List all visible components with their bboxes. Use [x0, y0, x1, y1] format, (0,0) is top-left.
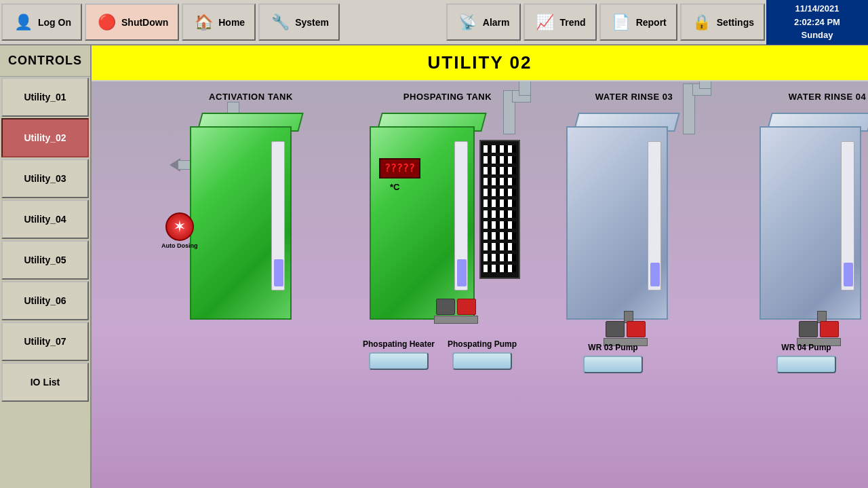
- phospating-heater-control: Phospating Heater: [363, 339, 435, 370]
- settings-label: Settings: [717, 17, 754, 28]
- phospating-motor-1: [436, 299, 455, 315]
- wr04-tank-body: [760, 126, 861, 320]
- wr04-pump-control: WR 04 Pump: [776, 343, 836, 373]
- settings-button[interactable]: 🔒 Settings: [680, 3, 765, 41]
- phospating-level-tube: [454, 141, 468, 290]
- process-area: ACTIVATION TANK: [92, 81, 868, 488]
- sidebar-item-utility07[interactable]: Utility_07: [1, 322, 89, 361]
- settings-icon: 🔒: [691, 12, 713, 33]
- phospating-heater-label: Phospating Heater: [363, 339, 435, 349]
- topbar: 👤 Log On 🔴 ShutDown 🏠 Home 🔧 System 📡 Al…: [0, 0, 868, 45]
- sidebar-item-utility01[interactable]: Utility_01: [1, 77, 89, 117]
- auto-dosing-pump-icon[interactable]: ✶: [165, 212, 194, 241]
- heater-line-8: [484, 221, 516, 229]
- page-title: UTILITY 02: [92, 45, 868, 81]
- phospating-motor-base: [434, 316, 478, 324]
- activation-tank-label: ACTIVATION TANK: [190, 92, 312, 102]
- phospating-tank-section: PHOSPATING TANK ????? *C: [370, 92, 526, 324]
- activation-level-fill: [274, 259, 283, 286]
- sidebar-label-utility03: Utility_03: [24, 173, 66, 184]
- report-label: Report: [636, 17, 667, 28]
- wr04-level-fill: [844, 263, 853, 286]
- trend-label: Trend: [560, 17, 586, 28]
- sidebar-item-utility03[interactable]: Utility_03: [1, 159, 89, 198]
- phospating-level-fill: [457, 259, 467, 286]
- auto-dosing-label: Auto Dosing: [161, 242, 198, 249]
- home-icon: 🏠: [193, 12, 214, 33]
- phospating-heater-button[interactable]: [369, 352, 429, 370]
- sidebar-item-iolist[interactable]: IO List: [1, 362, 89, 402]
- heater-line-2: [484, 156, 516, 164]
- phospating-pump-control: Phospating Pump: [448, 339, 517, 370]
- sidebar-item-utility05[interactable]: Utility_05: [1, 240, 89, 280]
- wr03-pump-control: WR 03 Pump: [583, 343, 643, 373]
- heater-panel: [479, 140, 520, 279]
- wr04-pump-button[interactable]: [776, 356, 836, 373]
- wr03-level-tube: [648, 141, 661, 290]
- alarm-icon: 📡: [457, 12, 479, 33]
- wr04-motor-1: [799, 321, 818, 337]
- activation-level-tube: [271, 141, 285, 290]
- sidebar-label-iolist: IO List: [31, 377, 60, 388]
- report-button[interactable]: 📄 Report: [599, 3, 677, 41]
- wr04-motor-2-red: [820, 321, 839, 337]
- main-layout: CONTROLS Utility_01 Utility_02 Utility_0…: [0, 45, 868, 488]
- time-display: 2:02:24 PM: [794, 16, 840, 29]
- alarm-button[interactable]: 📡 Alarm: [446, 3, 521, 41]
- wr03-pump-label: WR 03 Pump: [588, 343, 637, 352]
- heater-line-5: [484, 189, 516, 196]
- phospating-tank-body: ????? *C: [370, 126, 475, 320]
- sidebar-label-utility05: Utility_05: [24, 255, 66, 265]
- auto-dosing-assembly: ✶ Auto Dosing: [161, 212, 198, 249]
- wr03-motor-row: [606, 321, 646, 337]
- logon-button[interactable]: 👤 Log On: [1, 3, 82, 41]
- content-area: UTILITY 02 ACTIVATION TANK: [92, 45, 868, 488]
- heater-line-7: [484, 210, 516, 218]
- system-label: System: [295, 17, 329, 28]
- logon-label: Log On: [38, 17, 71, 28]
- logon-icon: 👤: [12, 12, 34, 33]
- temp-unit: *C: [390, 182, 399, 192]
- wr03-motor-1: [606, 321, 625, 337]
- heater-line-11: [484, 254, 516, 261]
- heater-line-9: [484, 232, 516, 240]
- temp-display[interactable]: ?????: [379, 158, 420, 179]
- wr04-level-tube: [841, 141, 854, 290]
- home-button[interactable]: 🏠 Home: [182, 3, 256, 41]
- wr04-tank-label: WATER RINSE 04: [760, 92, 868, 102]
- system-icon: 🔧: [269, 12, 291, 33]
- sidebar-item-utility02[interactable]: Utility_02: [1, 118, 89, 157]
- phospating-pump-button[interactable]: [452, 352, 512, 370]
- wr04-tank-section: WATER RINSE 04: [760, 92, 868, 324]
- phospating-motor-2-red: [457, 299, 476, 315]
- report-icon: 📄: [610, 12, 632, 33]
- heater-lines-container: [481, 141, 519, 276]
- activation-tank-section: ACTIVATION TANK: [190, 92, 312, 324]
- sidebar-label-utility02: Utility_02: [24, 132, 66, 143]
- wr03-pipe-v2: [699, 81, 711, 89]
- sidebar-label-utility01: Utility_01: [24, 92, 66, 102]
- date-display: 11/14/2021: [795, 2, 839, 16]
- sidebar-item-utility04[interactable]: Utility_04: [1, 200, 89, 239]
- sidebar: CONTROLS Utility_01 Utility_02 Utility_0…: [0, 45, 92, 488]
- system-button[interactable]: 🔧 System: [258, 3, 340, 41]
- shutdown-label: ShutDown: [121, 17, 168, 28]
- wr03-tank-section: WATER RINSE 03: [566, 92, 702, 324]
- wr03-level-fill: [650, 263, 660, 286]
- wr03-tank-label: WATER RINSE 03: [566, 92, 702, 102]
- phospating-motor-row: [436, 299, 476, 315]
- activation-tank-body: [190, 126, 292, 320]
- wr04-pump-label: WR 04 Pump: [781, 343, 831, 352]
- datetime-display: 11/14/2021 2:02:24 PM Sunday: [766, 0, 868, 45]
- wr03-pump-button[interactable]: [583, 356, 643, 373]
- phospating-pipe-v2: [519, 81, 531, 96]
- trend-button[interactable]: 📈 Trend: [524, 3, 597, 41]
- pump-spin-icon: ✶: [174, 219, 184, 234]
- shutdown-button[interactable]: 🔴 ShutDown: [85, 3, 179, 41]
- alarm-label: Alarm: [483, 17, 510, 28]
- heater-line-1: [484, 145, 516, 153]
- sidebar-item-utility06[interactable]: Utility_06: [1, 281, 89, 320]
- sidebar-label-utility04: Utility_04: [24, 214, 66, 225]
- phospating-pump-motors: [434, 299, 478, 324]
- wr03-motor-2-red: [627, 321, 646, 337]
